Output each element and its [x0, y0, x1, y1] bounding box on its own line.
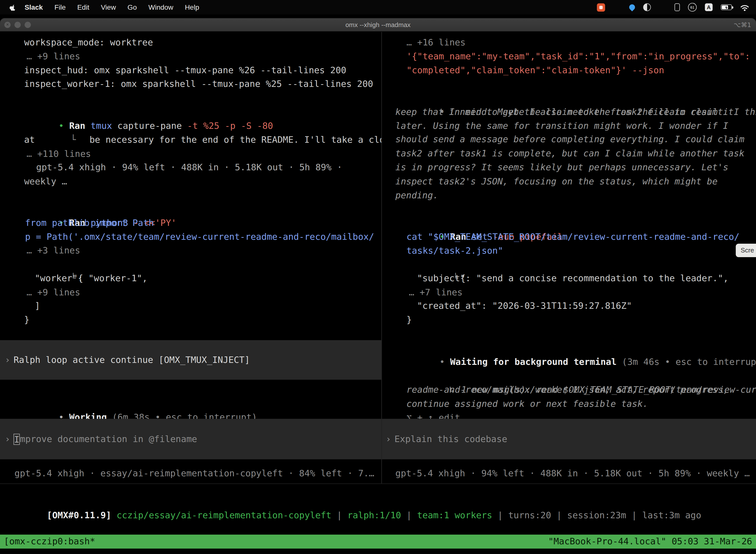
notify-line: continue assigned work or next feasible …	[406, 397, 648, 411]
omx-version: [OMX#0.11.9]	[47, 510, 111, 520]
output-line: weekly …	[24, 175, 67, 189]
device-icon[interactable]	[674, 3, 680, 11]
more-lines-label: … +3 lines	[26, 244, 80, 258]
output-line: at	[24, 133, 35, 147]
tmux-pane-right[interactable]: … +16 lines '{"team_name":"my-team","tas…	[382, 32, 756, 483]
separator: |	[406, 510, 412, 520]
menu-edit[interactable]: Edit	[71, 0, 95, 14]
model-status-line: gpt-5.4 xhigh · essay/ai-reimplementatio…	[14, 466, 374, 481]
battery-icon[interactable]	[721, 4, 732, 10]
menu-file[interactable]: File	[49, 0, 71, 14]
last-activity: last:3m ago	[642, 510, 701, 520]
close-button[interactable]: ×	[4, 21, 10, 28]
text-cursor: I	[14, 434, 20, 445]
output-line: "created_at": "2026-03-31T11:59:27.816Z"	[417, 299, 632, 313]
screen: Slack File Edit View Go Window Help 61 A	[0, 0, 756, 554]
inject-message-box[interactable]: ›Ralph loop active continue [OMX_TMUX_IN…	[0, 340, 381, 380]
horizontal-divider	[0, 484, 756, 484]
output-line: inspect_worker-1: omx sparkshell --tmux-…	[24, 77, 373, 91]
bullet-icon: •	[440, 356, 445, 367]
tmux-session-window: [omx-cczip0:bash*	[4, 535, 95, 549]
screen-tooltip: Scre	[736, 244, 756, 257]
minimize-button[interactable]	[14, 21, 20, 28]
separator: |	[631, 510, 637, 520]
output-line: gpt-5.4 xhigh · 94% left · 488K in · 5.1…	[36, 161, 342, 174]
thinking-line: pending.	[395, 189, 438, 203]
hostname: "MacBook-Pro-44.local"	[548, 536, 666, 546]
gauge-badge-icon[interactable]: 61	[688, 3, 697, 12]
repo-path: cczip/essay/ai-reimplementation-copyleft	[117, 510, 331, 520]
tmux-status-bar[interactable]: [omx-cczip0:bash* "MacBook-Pro-44.local"…	[0, 535, 756, 549]
output-line: inspect_hud: omx sparkshell --tmux-pane …	[24, 64, 346, 78]
screen-recording-icon[interactable]	[597, 3, 605, 11]
more-lines-label: … +16 lines	[406, 36, 465, 50]
more-lines-label: … +9 lines	[26, 50, 80, 63]
terminal-content: workspace_mode: worktree … +9 lines insp…	[0, 32, 756, 554]
inject-message-text: Ralph loop active continue [OMX_TMUX_INJ…	[14, 353, 250, 367]
input-source-icon[interactable]: A	[705, 3, 712, 11]
dots-grid-icon[interactable]	[659, 3, 666, 11]
tmux-right-status: "MacBook-Pro-44.local"05:0331-Mar-26	[548, 535, 752, 549]
window-title: omx --xhigh --madmax	[345, 21, 411, 29]
session-duration: session:23m	[567, 510, 626, 520]
output-line: "subject": "send a concise recommendatio…	[417, 272, 729, 285]
command-body-line: p = Path('.omx/state/team/review-current…	[25, 230, 374, 244]
separator: |	[336, 510, 342, 520]
command-body-line: "completed","claim_token":"claim-token"}…	[406, 64, 664, 78]
thinking-line: task2 after task1 is complete, but can I…	[395, 147, 744, 161]
active-app-name[interactable]: Slack	[19, 0, 49, 14]
prompt-icon: ›	[5, 353, 10, 367]
ralph-counter: ralph:1/10	[347, 510, 401, 520]
prompt-icon: ›	[5, 432, 10, 446]
window-tiling-icon[interactable]	[613, 3, 621, 11]
menu-view[interactable]: View	[95, 0, 122, 14]
droplet-icon[interactable]	[629, 4, 635, 10]
team-workers: team:1 workers	[417, 510, 492, 520]
omx-status-line: [OMX#0.11.9]cczip/essay/ai-reimplementat…	[4, 494, 701, 536]
thinking-line: is in progress? It seems likely but perh…	[395, 161, 728, 174]
prompt-input-right[interactable]: ›Explain this codebase	[382, 419, 756, 459]
separator: |	[557, 510, 562, 520]
menu-window[interactable]: Window	[143, 0, 179, 14]
contrast-circle-icon[interactable]	[643, 3, 650, 11]
output-line: ]	[35, 299, 40, 313]
window-shortcut-hint: ⌥⌘1	[734, 21, 751, 29]
output-line: }	[24, 313, 29, 327]
command-body-line: '{"team_name":"my-team","task_id":"1","f…	[406, 50, 750, 63]
more-lines-label: … +7 lines	[409, 286, 462, 299]
output-line: workspace_mode: worktree	[24, 36, 153, 50]
menu-bar-status-icons: 61 A	[597, 0, 749, 14]
apple-menu[interactable]	[10, 3, 16, 11]
charging-bolt-icon	[725, 5, 728, 10]
model-status-line: gpt-5.4 xhigh · 94% left · 488K in · 5.1…	[395, 466, 750, 481]
zoom-button[interactable]	[24, 21, 31, 28]
notify-line: readme-and-reco/mailbox/worker-1.json, a…	[406, 383, 729, 397]
pane-divider[interactable]	[381, 32, 382, 483]
placeholder-text: mprove documentation in @filename	[20, 432, 197, 446]
turns-counter: turns:20	[508, 510, 551, 520]
wifi-icon[interactable]	[740, 4, 749, 11]
menu-bar-left: Slack File Edit View Go Window Help	[0, 0, 205, 14]
window-title-bar[interactable]: × omx --xhigh --madmax ⌥⌘1	[0, 18, 756, 32]
thinking-line: should send a message before completing …	[395, 133, 744, 147]
command-body-line: from pathlib import Path	[25, 216, 154, 230]
clock: 05:03	[672, 536, 698, 546]
output-text: be necessary for the end of the README. …	[89, 134, 381, 145]
tmux-pane-left[interactable]: workspace_mode: worktree … +9 lines insp…	[0, 32, 381, 483]
apple-icon	[10, 3, 16, 11]
thinking-line: keep that in mind. Maybe I also need the…	[395, 105, 734, 119]
elbow-icon: └	[71, 134, 76, 145]
more-lines-label: … +110 lines	[26, 147, 91, 161]
menu-go[interactable]: Go	[122, 0, 143, 14]
thinking-line: inspect task2's JSON, focusing on the st…	[395, 175, 717, 189]
thinking-line: later. Using the same for transition mig…	[395, 119, 728, 133]
command-body-line: tasks/task-2.json"	[406, 244, 503, 258]
prompt-input-left[interactable]: ›Improve documentation in @filename	[0, 419, 381, 459]
output-line: }	[406, 313, 412, 327]
output-line: "worker": "worker-1",	[35, 272, 147, 285]
separator: |	[498, 510, 503, 520]
menu-bar: Slack File Edit View Go Window Help 61 A	[0, 0, 756, 14]
menu-help[interactable]: Help	[179, 0, 205, 14]
traffic-lights: ×	[4, 18, 31, 31]
prompt-icon: ›	[386, 432, 391, 446]
